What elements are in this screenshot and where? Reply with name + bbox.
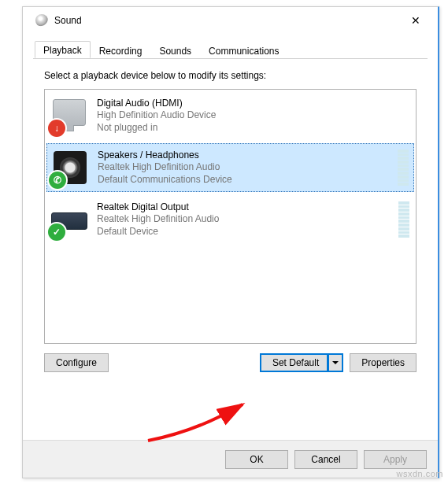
device-list[interactable]: ↓ Digital Audio (HDMI) High Definition A… xyxy=(44,89,417,344)
close-button[interactable]: ✕ xyxy=(398,9,433,32)
set-default-dropdown[interactable] xyxy=(328,353,343,372)
overlay-comm-default-icon: ✆ xyxy=(49,172,66,189)
device-sub2: Default Communications Device xyxy=(98,174,393,186)
ok-button[interactable]: OK xyxy=(225,450,288,469)
device-text: Digital Audio (HDMI) High Definition Aud… xyxy=(97,98,409,135)
configure-button[interactable]: Configure xyxy=(44,353,109,372)
dialog-footer: OK Cancel Apply xyxy=(23,440,438,478)
tabpage-playback: Select a playback device below to modify… xyxy=(33,59,428,433)
sound-dialog: Sound ✕ Playback Recording Sounds Commun… xyxy=(22,6,439,478)
cancel-button[interactable]: Cancel xyxy=(294,450,357,469)
apply-button[interactable]: Apply xyxy=(364,450,427,469)
level-meter xyxy=(398,201,409,238)
tab-communications[interactable]: Communications xyxy=(200,42,287,59)
device-row-speakers[interactable]: ✆ Speakers / Headphones Realtek High Def… xyxy=(46,143,414,192)
titlebar: Sound ✕ xyxy=(23,7,438,34)
tab-recording[interactable]: Recording xyxy=(91,42,151,59)
chevron-down-icon xyxy=(332,360,339,366)
device-row-hdmi[interactable]: ↓ Digital Audio (HDMI) High Definition A… xyxy=(45,90,416,142)
device-sub2: Not plugged in xyxy=(97,122,409,135)
device-buttons: Configure Set Default Properties xyxy=(44,353,417,372)
tab-playback[interactable]: Playback xyxy=(35,41,91,58)
close-icon: ✕ xyxy=(411,14,420,27)
device-text: Realtek Digital Output Realtek High Defi… xyxy=(97,201,394,238)
overlay-unplugged-icon: ↓ xyxy=(48,120,65,137)
device-icon-box: ✓ xyxy=(51,201,87,238)
device-sub1: Realtek High Definition Audio xyxy=(97,213,394,226)
device-icon-monitor: ↓ xyxy=(51,98,87,134)
device-sub1: High Definition Audio Device xyxy=(97,109,409,122)
device-icon-speaker: ✆ xyxy=(52,149,88,186)
device-title: Speakers / Headphones xyxy=(98,149,393,162)
window-title: Sound xyxy=(54,15,82,26)
device-sub1: Realtek High Definition Audio xyxy=(98,161,393,174)
set-default-split-button: Set Default xyxy=(260,353,343,372)
properties-button[interactable]: Properties xyxy=(350,353,417,372)
overlay-default-icon: ✓ xyxy=(48,223,65,241)
watermark: wsxdn.com xyxy=(396,469,443,478)
device-title: Digital Audio (HDMI) xyxy=(97,98,409,110)
tab-sounds[interactable]: Sounds xyxy=(150,42,200,59)
device-sub2: Default Device xyxy=(97,226,394,238)
device-row-digital-output[interactable]: ✓ Realtek Digital Output Realtek High De… xyxy=(45,194,416,245)
device-text: Speakers / Headphones Realtek High Defin… xyxy=(98,149,393,186)
client-area: Playback Recording Sounds Communications… xyxy=(32,40,428,434)
device-title: Realtek Digital Output xyxy=(97,201,394,214)
set-default-button[interactable]: Set Default xyxy=(260,353,328,372)
sound-icon xyxy=(35,14,48,27)
level-meter xyxy=(398,149,409,186)
tabstrip: Playback Recording Sounds Communications xyxy=(33,41,428,59)
instruction-text: Select a playback device below to modify… xyxy=(44,70,417,81)
